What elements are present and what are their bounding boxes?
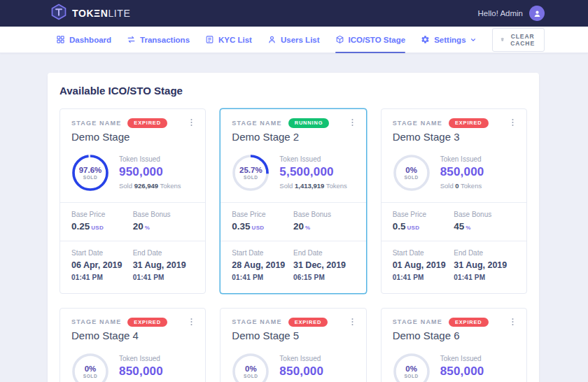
base-price-label: Base Price xyxy=(393,211,454,218)
base-price-label: Base Price xyxy=(232,211,293,218)
status-badge: RUNNING xyxy=(288,118,330,128)
stage-panel: Available ICO/STO Stage STAGE NAME EXPIR… xyxy=(48,73,539,382)
stage-name-label: STAGE NAME xyxy=(71,120,121,127)
date-section: Start Date 28 Aug, 2019 01:41 PM End Dat… xyxy=(220,241,365,293)
trash-icon xyxy=(500,36,504,43)
avatar[interactable] xyxy=(529,6,545,21)
nav-item-kyc-list[interactable]: KYC List xyxy=(205,27,252,53)
stage-title: Demo Stage 6 xyxy=(393,330,515,341)
end-date-value: 31 Aug, 2019 01:41 PM xyxy=(133,260,195,284)
token-issued-block: Token Issued 850,000 Sold 0 Tokens xyxy=(119,355,163,382)
stage-card: STAGE NAME EXPIRED Demo Stage 6 0% SOLD xyxy=(381,308,527,382)
main-content: Available ICO/STO Stage STAGE NAME EXPIR… xyxy=(0,53,588,382)
progress-section: 0% SOLD Token Issued 850,000 Sold 0 Toke… xyxy=(232,341,354,382)
card-menu-button[interactable] xyxy=(184,316,199,328)
kebab-icon xyxy=(508,317,517,327)
token-issued-value: 850,000 xyxy=(279,365,323,379)
base-bonus-value: 20% xyxy=(133,221,195,232)
sold-percent: 0% xyxy=(85,365,97,373)
ico-stage-icon xyxy=(335,35,344,44)
card-header: STAGE NAME RUNNING Demo Stage 2 xyxy=(232,109,354,143)
nav-item-settings[interactable]: Settings xyxy=(421,27,476,53)
token-issued-label: Token Issued xyxy=(119,155,181,163)
start-time: 01:41 PM xyxy=(232,274,263,281)
token-issued-value: 850,000 xyxy=(440,165,484,179)
stage-grid: STAGE NAME EXPIRED Demo Stage 97.6% SOLD xyxy=(59,108,527,382)
status-badge: EXPIRED xyxy=(288,318,328,327)
card-menu-button[interactable] xyxy=(345,116,360,129)
base-bonus-block: Base Bonus 20% xyxy=(133,211,195,232)
end-time: 06:15 PM xyxy=(293,274,325,281)
sold-tokens-line: Sold 926,949 Tokens xyxy=(119,182,181,190)
stage-card: STAGE NAME RUNNING Demo Stage 2 25.7% SO… xyxy=(220,108,366,294)
base-price-block: Base Price 0.5USD xyxy=(393,211,454,232)
start-date-value: 28 Aug, 2019 01:41 PM xyxy=(232,260,293,284)
card-menu-button[interactable] xyxy=(505,316,520,328)
progress-ring: 97.6% SOLD xyxy=(71,154,109,192)
sold-word-label: SOLD xyxy=(244,175,258,180)
dashboard-icon xyxy=(56,35,65,44)
token-issued-block: Token Issued 5,500,000 Sold 1,413,919 To… xyxy=(279,155,347,190)
start-date-block: Start Date 06 Apr, 2019 01:41 PM xyxy=(71,249,133,284)
price-unit: USD xyxy=(407,225,419,231)
nav-item-users-list[interactable]: Users List xyxy=(267,27,320,53)
token-issued-label: Token Issued xyxy=(279,155,347,163)
sold-amount: 1,413,919 xyxy=(295,182,324,190)
sold-tokens-line: Sold 0 Tokens xyxy=(440,182,484,190)
price-section: Base Price 0.35USD Base Bonus 20% xyxy=(220,202,365,241)
date-section: Start Date 01 Aug, 2019 01:41 PM End Dat… xyxy=(382,241,526,293)
kebab-icon xyxy=(187,317,196,327)
end-date-label: End Date xyxy=(133,249,195,257)
token-issued-block: Token Issued 850,000 Sold 0 Tokens xyxy=(440,355,484,382)
sold-word-label: SOLD xyxy=(83,374,97,379)
end-date-value: 31 Dec, 2019 06:15 PM xyxy=(293,260,355,284)
sold-percent: 0% xyxy=(405,365,417,373)
token-issued-block: Token Issued 850,000 Sold 0 Tokens xyxy=(279,355,323,382)
brand-logo[interactable]: TOKΞNLITE xyxy=(50,3,130,23)
card-menu-button[interactable] xyxy=(345,316,360,328)
kebab-icon xyxy=(348,118,357,127)
status-badge: EXPIRED xyxy=(449,318,489,327)
main-nav: Dashboard Transactions KYC List Users Li… xyxy=(0,27,588,53)
base-bonus-block: Base Bonus 45% xyxy=(454,211,515,232)
price-unit: USD xyxy=(91,225,104,231)
progress-ring: 0% SOLD xyxy=(393,353,430,382)
kebab-icon xyxy=(348,317,357,327)
card-header: STAGE NAME EXPIRED Demo Stage xyxy=(71,109,194,143)
nav-item-dashboard[interactable]: Dashboard xyxy=(56,27,111,53)
sold-percent: 25.7% xyxy=(239,166,262,174)
stage-name-label: STAGE NAME xyxy=(71,318,121,325)
stage-name-label: STAGE NAME xyxy=(232,318,281,325)
card-menu-button[interactable] xyxy=(184,116,199,129)
brand-text: TOKΞNLITE xyxy=(72,8,130,19)
base-price-block: Base Price 0.35USD xyxy=(232,211,293,232)
base-bonus-value: 20% xyxy=(293,221,355,232)
price-section: Base Price 0.25USD Base Bonus 20% xyxy=(60,202,205,241)
base-price-value: 0.35USD xyxy=(232,221,293,232)
sold-word-label: SOLD xyxy=(83,175,97,180)
progress-ring: 0% SOLD xyxy=(232,353,270,382)
end-date-block: End Date 31 Aug, 2019 01:41 PM xyxy=(454,249,515,284)
nav-item-transactions[interactable]: Transactions xyxy=(127,27,190,53)
progress-section: 25.7% SOLD Token Issued 5,500,000 Sold 1… xyxy=(232,143,354,202)
price-unit: USD xyxy=(252,225,265,231)
start-date-value: 01 Aug, 2019 01:41 PM xyxy=(393,260,454,284)
stage-title: Demo Stage 3 xyxy=(393,131,515,143)
stage-name-label: STAGE NAME xyxy=(232,120,281,127)
sold-percent: 0% xyxy=(405,166,417,174)
transactions-icon xyxy=(127,35,136,44)
settings-icon xyxy=(421,35,430,44)
nav-item-ico-sto-stage[interactable]: ICO/STO Stage xyxy=(335,27,406,53)
card-header: STAGE NAME EXPIRED Demo Stage 5 xyxy=(232,309,354,342)
bonus-unit: % xyxy=(305,225,310,231)
start-date-label: Start Date xyxy=(232,249,293,257)
clear-cache-button[interactable]: CLEAR CACHE xyxy=(492,28,545,52)
progress-ring: 0% SOLD xyxy=(393,154,430,192)
topbar: TOKΞNLITE Hello! Admin xyxy=(0,0,588,27)
card-header: STAGE NAME EXPIRED Demo Stage 3 xyxy=(393,109,515,143)
date-section: Start Date 06 Apr, 2019 01:41 PM End Dat… xyxy=(60,241,205,293)
token-issued-value: 5,500,000 xyxy=(279,165,347,179)
base-bonus-value: 45% xyxy=(454,221,515,232)
progress-section: 0% SOLD Token Issued 850,000 Sold 0 Toke… xyxy=(393,341,515,382)
card-menu-button[interactable] xyxy=(505,116,520,129)
